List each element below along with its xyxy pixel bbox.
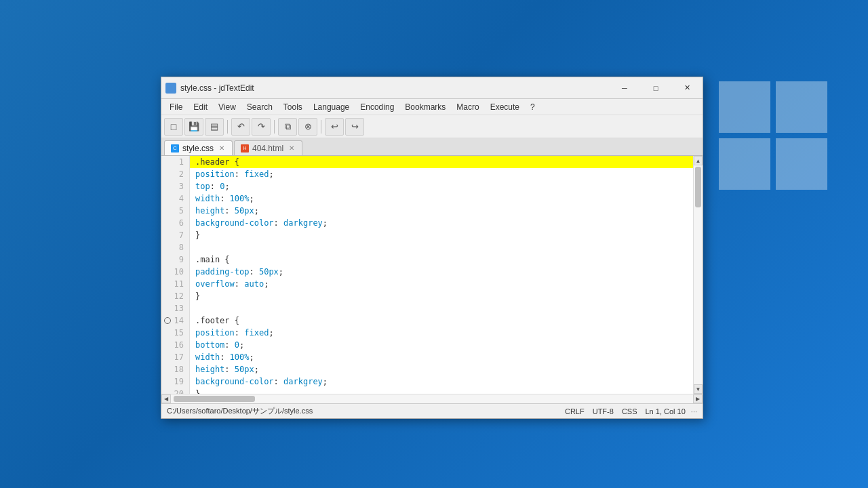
scroll-right-arrow[interactable]: ▶: [693, 394, 703, 403]
line-number-17: 17: [161, 351, 189, 363]
html-file-icon: H: [240, 144, 250, 153]
separator-2: [274, 120, 275, 134]
line-number-3: 3: [161, 180, 189, 192]
line-number-14: 14: [161, 314, 189, 327]
code-line-1: .header {: [190, 156, 693, 168]
code-line-3: top: 0;: [190, 180, 693, 192]
menu-language[interactable]: Language: [308, 99, 355, 115]
statusbar-dots: ···: [691, 407, 697, 415]
line-number-15: 15: [161, 327, 189, 339]
line-number-19: 19: [161, 375, 189, 388]
horizontal-scrollbar[interactable]: ◀ ▶: [161, 394, 703, 403]
undo2-button[interactable]: ↶: [231, 118, 250, 136]
line-number-2: 2: [161, 168, 189, 180]
tab-404-html[interactable]: H 404.html ✕: [234, 140, 302, 155]
scroll-track[interactable]: [694, 165, 703, 384]
menu-edit[interactable]: Edit: [188, 99, 213, 115]
code-line-20: }: [190, 388, 693, 394]
redo2-icon: ↷: [258, 121, 265, 131]
line-number-10: 10: [161, 266, 189, 278]
redo-button[interactable]: ↪: [345, 118, 364, 136]
line-number-6: 6: [161, 217, 189, 229]
code-line-16: bottom: 0;: [190, 339, 693, 351]
tab-404-html-label: 404.html: [252, 144, 283, 153]
scroll-thumb[interactable]: [695, 167, 701, 207]
separator-1: [227, 120, 228, 134]
menu-help[interactable]: ?: [525, 99, 540, 115]
css-file-icon: C: [170, 144, 180, 153]
menu-encoding[interactable]: Encoding: [355, 99, 399, 115]
undo-button[interactable]: ↩: [325, 118, 344, 136]
stop-icon: ⊗: [304, 121, 312, 131]
code-line-7: }: [190, 229, 693, 241]
stop-button[interactable]: ⊗: [298, 118, 317, 136]
h-scroll-track[interactable]: [171, 394, 693, 403]
line-ending: CRLF: [565, 407, 585, 415]
line-number-8: 8: [161, 241, 189, 253]
h-scroll-thumb[interactable]: [174, 396, 255, 402]
menu-bookmarks[interactable]: Bookmarks: [399, 99, 451, 115]
code-line-6: background-color: darkgrey;: [190, 217, 693, 229]
maximize-button[interactable]: □: [640, 77, 671, 98]
code-line-2: position: fixed;: [190, 168, 693, 180]
line-number-11: 11: [161, 278, 189, 290]
window-title: style.css - jdTextEdit: [180, 83, 609, 93]
language-status: CSS: [622, 407, 637, 415]
menubar: File Edit View Search Tools Language Enc…: [161, 99, 703, 115]
save-button[interactable]: ▤: [205, 118, 224, 136]
titlebar-buttons: ─ □ ✕: [609, 77, 703, 98]
app-window: style.css - jdTextEdit ─ □ ✕ File Edit V…: [161, 77, 703, 419]
scroll-down-arrow[interactable]: ▼: [694, 384, 703, 394]
redo2-button[interactable]: ↷: [252, 118, 271, 136]
menu-execute[interactable]: Execute: [485, 99, 525, 115]
code-line-12: }: [190, 290, 693, 302]
tab-404-html-close[interactable]: ✕: [287, 144, 296, 152]
tab-style-css[interactable]: C style.css ✕: [164, 140, 233, 155]
line-number-9: 9: [161, 253, 189, 266]
copy2-icon: ⧉: [285, 121, 291, 132]
menu-search[interactable]: Search: [241, 99, 278, 115]
menu-view[interactable]: View: [213, 99, 241, 115]
copy2-button[interactable]: ⧉: [278, 118, 297, 136]
line-number-16: 16: [161, 339, 189, 351]
undo2-icon: ↶: [237, 121, 245, 131]
scroll-left-arrow[interactable]: ◀: [161, 394, 171, 403]
encoding-status: UTF-8: [593, 407, 614, 415]
menu-file[interactable]: File: [164, 99, 188, 115]
code-line-9: .main {: [190, 253, 693, 266]
scroll-up-arrow[interactable]: ▲: [694, 156, 703, 165]
code-line-10: padding-top: 50px;: [190, 266, 693, 278]
code-line-15: position: fixed;: [190, 327, 693, 339]
redo-icon: ↪: [351, 121, 359, 131]
menu-tools[interactable]: Tools: [278, 99, 308, 115]
code-line-14: .footer {: [190, 314, 693, 327]
new-file-icon: □: [171, 121, 176, 132]
editor-area: 12345678910111213141516171819202122 .hea…: [161, 156, 703, 394]
app-icon: [165, 83, 176, 94]
undo-icon: ↩: [331, 121, 338, 131]
line-number-20: 20: [161, 388, 189, 394]
code-line-13: [190, 302, 693, 314]
separator-3: [321, 120, 321, 134]
new-file-button[interactable]: □: [164, 118, 183, 136]
file-path: C:/Users/softaro/Desktop/サンプル/style.css: [167, 406, 565, 416]
tab-style-css-close[interactable]: ✕: [217, 144, 226, 152]
toolbar: □ 💾 ▤ ↶ ↷ ⧉ ⊗ ↩ ↪: [161, 115, 703, 138]
statusbar: C:/Users/softaro/Desktop/サンプル/style.css …: [161, 403, 703, 418]
statusbar-info: CRLF UTF-8 CSS Ln 1, Col 10: [565, 407, 686, 415]
minimize-button[interactable]: ─: [609, 77, 640, 98]
line-number-1: 1: [161, 156, 189, 168]
code-area[interactable]: .header { position: fixed; top: 0; width…: [190, 156, 693, 394]
close-button[interactable]: ✕: [671, 77, 703, 98]
bookmark-circle-14: [164, 317, 171, 324]
cursor-position: Ln 1, Col 10: [646, 407, 686, 415]
code-line-8: [190, 241, 693, 253]
save-floppy-icon: 💾: [189, 121, 199, 131]
code-line-11: overflow: auto;: [190, 278, 693, 290]
code-line-4: width: 100%;: [190, 192, 693, 205]
save-floppy-button[interactable]: 💾: [184, 118, 203, 136]
tab-style-css-label: style.css: [182, 144, 214, 153]
titlebar: style.css - jdTextEdit ─ □ ✕: [161, 77, 703, 99]
menu-macro[interactable]: Macro: [451, 99, 484, 115]
vertical-scrollbar[interactable]: ▲ ▼: [693, 156, 703, 394]
